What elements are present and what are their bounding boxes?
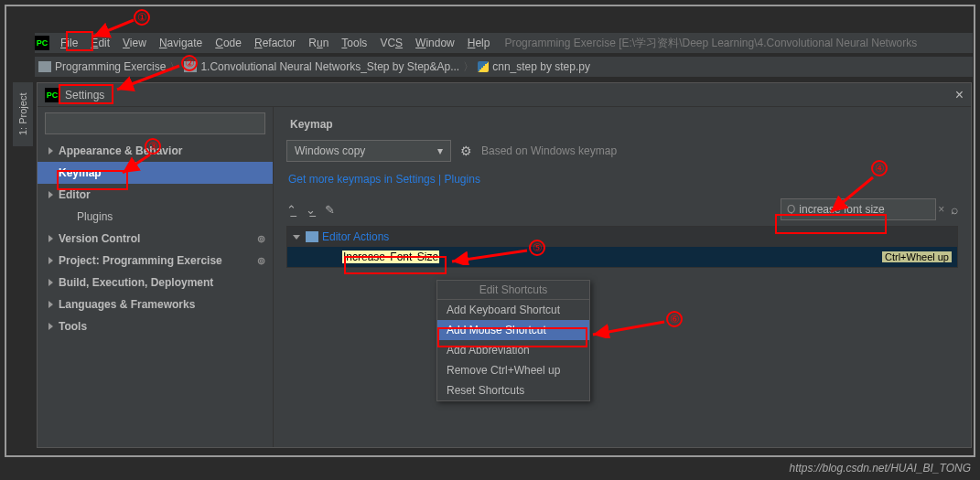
chevron-right-icon: 〉 (463, 59, 474, 75)
settings-tree-build-execution-deployment[interactable]: Build, Execution, Deployment (38, 272, 273, 293)
find-by-shortcut-icon[interactable]: ⌕ (951, 202, 958, 217)
menu-vcs[interactable]: VCS (374, 35, 408, 51)
chevron-down-icon: ▾ (437, 144, 443, 157)
shortcut-badge: Ctrl+Wheel up (882, 251, 952, 262)
action-increase-font-size[interactable]: Increase Font Size Ctrl+Wheel up (287, 247, 957, 267)
app-icon: PC (35, 36, 49, 50)
menu-help[interactable]: Help (462, 35, 496, 51)
folder-icon (306, 231, 318, 242)
settings-tree-editor[interactable]: Editor (38, 184, 273, 206)
folder-icon (38, 61, 51, 72)
chevron-right-icon: 〉 (169, 59, 180, 75)
watermark: https://blog.csdn.net/HUAI_BI_TONG (789, 462, 971, 475)
action-search-input[interactable] (799, 203, 936, 216)
expand-icon (48, 301, 53, 308)
gear-icon[interactable]: ⚙ (460, 144, 472, 158)
settings-tree-plugins[interactable]: Plugins (38, 206, 273, 228)
settings-tree-panel: Appearance & BehaviorKeymapEditorPlugins… (38, 107, 274, 447)
context-menu-title: Edit Shortcuts (437, 281, 589, 300)
settings-search-input[interactable] (45, 112, 265, 134)
action-tree: Editor Actions Increase Font Size Ctrl+W… (286, 226, 958, 268)
expand-icon (48, 257, 53, 264)
context-remove-ctrl-wheel-up[interactable]: Remove Ctrl+Wheel up (437, 360, 589, 380)
menu-window[interactable]: Window (410, 35, 460, 51)
edit-icon[interactable]: ✎ (325, 203, 335, 217)
expand-all-icon[interactable]: ⌃̲ (286, 203, 296, 217)
collapse-all-icon[interactable]: ⌄̲ (306, 203, 316, 217)
menu-edit[interactable]: Edit (85, 35, 115, 51)
expand-icon (48, 191, 53, 198)
close-button[interactable]: × (955, 87, 964, 103)
get-more-keymaps-link[interactable]: Get more keymaps in Settings | Plugins (288, 173, 958, 186)
menu-run[interactable]: Run (303, 35, 334, 51)
expand-icon (293, 235, 300, 240)
settings-tree-languages-frameworks[interactable]: Languages & Frameworks (38, 293, 273, 315)
settings-tree-project-programming-exercise[interactable]: Project: Programming Exercise⊚ (38, 250, 273, 272)
python-file-icon (478, 61, 489, 72)
menu-file[interactable]: File (55, 35, 83, 51)
breadcrumb-folder[interactable]: 1.Convolutional Neural Networks_Step by … (200, 60, 459, 73)
project-scope-icon: ⊚ (257, 233, 265, 245)
page-title: Keymap (290, 118, 958, 131)
settings-tree-appearance-behavior[interactable]: Appearance & Behavior (38, 140, 273, 162)
context-add-keyboard-shortcut[interactable]: Add Keyboard Shortcut (437, 300, 589, 320)
menu-code[interactable]: Code (210, 35, 247, 51)
folder-icon (184, 61, 197, 72)
clear-search-icon[interactable]: × (936, 203, 946, 216)
based-on-label: Based on Windows keymap (481, 144, 617, 157)
category-editor-actions[interactable]: Editor Actions (287, 227, 957, 247)
breadcrumb-root[interactable]: Programming Exercise (55, 60, 166, 73)
menu-navigate[interactable]: Navigate (154, 35, 208, 51)
menu-view[interactable]: View (117, 35, 152, 51)
project-tab[interactable]: 1: Project (13, 82, 33, 146)
expand-icon (48, 279, 53, 286)
menu-tools[interactable]: Tools (336, 35, 372, 51)
context-reset-shortcuts[interactable]: Reset Shortcuts (437, 380, 589, 400)
menu-refactor[interactable]: Refactor (249, 35, 301, 51)
expand-icon (48, 235, 53, 242)
app-icon: PC (45, 88, 59, 102)
keymap-select[interactable]: Windows copy ▾ (286, 140, 451, 162)
settings-tree-tools[interactable]: Tools (38, 315, 273, 337)
window-title: Programming Exercise [E:\学习资料\Deep Learn… (504, 36, 917, 51)
breadcrumb: Programming Exercise 〉 1.Convolutional N… (35, 57, 973, 77)
action-search-field[interactable]: Q × (781, 198, 936, 220)
settings-tree-keymap[interactable]: Keymap (38, 162, 273, 184)
context-add-mouse-shortcut[interactable]: Add Mouse Shortcut (437, 320, 589, 340)
keymap-select-value: Windows copy (295, 144, 365, 157)
context-add-abbreviation[interactable]: Add Abbreviation (437, 340, 589, 360)
settings-tree-version-control[interactable]: Version Control⊚ (38, 228, 273, 250)
context-menu: Edit Shortcuts Add Keyboard ShortcutAdd … (436, 280, 590, 401)
settings-content-panel: Keymap Windows copy ▾ ⚙ Based on Windows… (274, 107, 971, 447)
dialog-titlebar: PC Settings × (38, 83, 971, 107)
expand-icon (48, 147, 53, 155)
breadcrumb-file[interactable]: cnn_step by step.py (492, 60, 590, 73)
project-scope-icon: ⊚ (257, 255, 265, 267)
dialog-title: Settings (65, 89, 104, 101)
search-icon: Q (787, 203, 795, 216)
expand-icon (48, 323, 53, 330)
menubar: PC File Edit View Navigate Code Refactor… (35, 33, 973, 53)
